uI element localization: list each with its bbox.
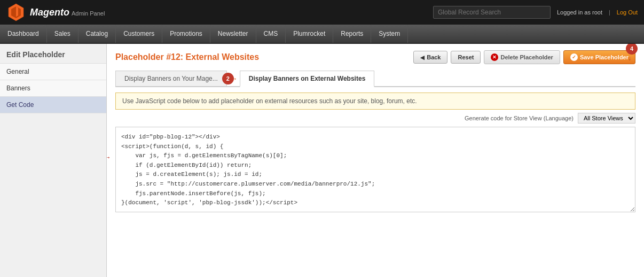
sidebar: Edit Placeholder General Banners ← 1 Get… [0, 44, 107, 277]
content-header: Placeholder #12: External Websites ◀ Bac… [115, 50, 635, 64]
store-view-label: Generate code for Store View (Language) [465, 115, 574, 121]
nav-item-reports[interactable]: Reports [333, 25, 371, 43]
code-wrapper: 3 → <div id="pbp-blog-12"></div> <script… [115, 127, 635, 214]
header-right: Logged in as root | Log Out [433, 6, 638, 19]
action-buttons: ◀ Back Reset ✕ Delete Placeholder 4 ↓ ✓ … [413, 50, 635, 64]
reset-button[interactable]: Reset [451, 51, 481, 64]
main-layout: Edit Placeholder General Banners ← 1 Get… [0, 44, 644, 277]
nav-bar: Dashboard Sales Catalog Customers Promot… [0, 25, 644, 44]
annotation-arrow-right-3: → [107, 153, 111, 161]
sidebar-title: Edit Placeholder [0, 44, 106, 64]
logo-subtitle: Admin Panel [72, 10, 105, 17]
nav-item-dashboard[interactable]: Dashboard [0, 25, 47, 43]
nav-item-cms[interactable]: CMS [256, 25, 286, 43]
nav-item-customers[interactable]: Customers [116, 25, 162, 43]
delete-icon: ✕ [491, 53, 498, 61]
page-title: Placeholder #12: External Websites [115, 52, 259, 62]
back-icon: ◀ [420, 55, 425, 60]
user-info-text: Logged in as root [557, 9, 602, 16]
global-search-input[interactable] [433, 6, 551, 19]
content-area: Placeholder #12: External Websites ◀ Bac… [107, 44, 644, 277]
logo-area: Magento Admin Panel [6, 3, 105, 22]
nav-item-newsletter[interactable]: Newsletter [210, 25, 256, 43]
tabs-container: Display Banners on Your Mage... 2 → Disp… [115, 71, 635, 87]
code-textarea[interactable]: <div id="pbp-blog-12"></div> <script>(fu… [115, 127, 635, 212]
nav-item-catalog[interactable]: Catalog [78, 25, 116, 43]
tab-display-banners-your-mage[interactable]: Display Banners on Your Mage... [115, 71, 227, 86]
tab-display-banners-external[interactable]: Display Banners on External Websites [240, 71, 375, 87]
nav-item-plumrocket[interactable]: Plumrocket [286, 25, 333, 43]
annotation-circle-2: 2 [222, 73, 234, 84]
save-icon: ✓ [570, 53, 578, 61]
annotation-arrow-down-4: ↓ [628, 55, 631, 62]
sidebar-item-get-code[interactable]: ← 1 Get Code [0, 97, 106, 113]
store-view-row: Generate code for Store View (Language) … [115, 113, 635, 124]
header: Magento Admin Panel Logged in as root | … [0, 0, 644, 25]
save-button-wrapper: 4 ↓ ✓ Save Placeholder [563, 50, 635, 64]
sidebar-item-banners[interactable]: Banners [0, 80, 106, 97]
svg-marker-2 [16, 6, 18, 17]
magento-logo-icon [6, 3, 26, 22]
nav-item-promotions[interactable]: Promotions [162, 25, 210, 43]
separator: | [609, 9, 610, 16]
info-box: Use JavaScript code below to add placeho… [115, 93, 635, 110]
store-view-select[interactable]: All Store Views [578, 113, 635, 124]
nav-item-system[interactable]: System [371, 25, 408, 43]
nav-item-sales[interactable]: Sales [47, 25, 78, 43]
back-button[interactable]: ◀ Back [413, 51, 447, 64]
logout-link[interactable]: Log Out [617, 9, 638, 16]
annotation-circle-4: 4 [626, 44, 638, 55]
logo-brand: Magento [30, 7, 69, 18]
tab-label-2: Display Banners on External Websites [249, 75, 366, 82]
delete-placeholder-button[interactable]: ✕ Delete Placeholder [484, 50, 560, 64]
sidebar-item-general[interactable]: General [0, 64, 106, 80]
tab-label-1: Display Banners on Your Mage... [124, 75, 218, 82]
save-placeholder-button[interactable]: ✓ Save Placeholder [563, 50, 635, 64]
